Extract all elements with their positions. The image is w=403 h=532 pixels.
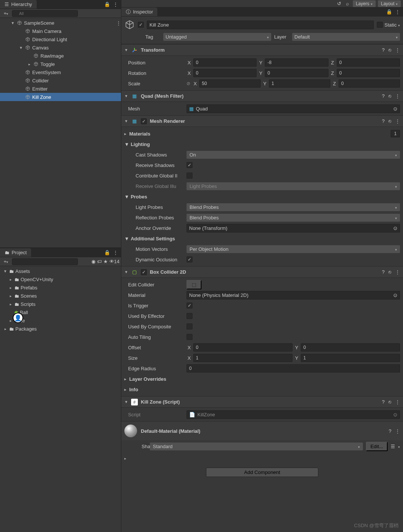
- filter-label-icon[interactable]: 🏷: [97, 259, 102, 264]
- mesh-object-field[interactable]: ▦Quad ⊙: [187, 104, 400, 113]
- menu-icon[interactable]: ⋮: [395, 118, 400, 124]
- size-x-input[interactable]: [193, 354, 293, 362]
- is-trigger-checkbox[interactable]: [187, 303, 193, 308]
- menu-icon[interactable]: ⋮: [395, 428, 400, 434]
- dynamic-occlusion-checkbox[interactable]: [187, 256, 193, 262]
- menu-icon[interactable]: ⋮: [113, 1, 118, 7]
- size-y-input[interactable]: [301, 354, 400, 362]
- hierarchy-item[interactable]: ▼SampleScene⋮: [0, 19, 121, 27]
- fold-icon[interactable]: ▸: [3, 327, 7, 331]
- edit-collider-button[interactable]: ⬚: [187, 280, 202, 289]
- object-picker-icon[interactable]: ⊙: [393, 225, 397, 231]
- layer-overrides-label[interactable]: Layer Overrides: [124, 376, 166, 382]
- static-checkbox[interactable]: [377, 22, 383, 28]
- material-field[interactable]: None (Physics Material 2D)⊙: [187, 291, 400, 300]
- menu-icon[interactable]: ⋮: [395, 269, 400, 275]
- object-picker-icon[interactable]: ⊙: [393, 412, 397, 417]
- contribute-gi-checkbox[interactable]: [187, 173, 193, 179]
- additional-foldout[interactable]: ▼ Additional Settings: [124, 236, 175, 241]
- menu-icon[interactable]: ⋮: [395, 399, 400, 405]
- edit-shader-button[interactable]: Edit...: [366, 442, 388, 451]
- project-search-input[interactable]: [12, 258, 78, 265]
- fold-icon[interactable]: ▸: [8, 286, 13, 290]
- scale-x-input[interactable]: [199, 79, 261, 88]
- add-button[interactable]: +: [1, 10, 10, 16]
- cast-shadows-dropdown[interactable]: On: [187, 151, 400, 159]
- fold-icon[interactable]: ▼: [10, 21, 15, 25]
- hierarchy-item[interactable]: Emitter: [0, 85, 121, 93]
- mesh-renderer-enabled-checkbox[interactable]: [141, 118, 147, 124]
- shader-dropdown[interactable]: Standard: [150, 443, 363, 450]
- menu-icon[interactable]: ⋮: [116, 20, 121, 26]
- fold-icon[interactable]: ▼: [124, 119, 128, 123]
- auto-tiling-checkbox[interactable]: [187, 334, 193, 340]
- object-name-input[interactable]: [147, 21, 374, 29]
- filter-star-icon[interactable]: ★: [103, 259, 108, 264]
- position-y-input[interactable]: [265, 58, 328, 67]
- fold-icon[interactable]: ▼: [19, 46, 23, 50]
- scale-y-input[interactable]: [269, 79, 330, 88]
- gameobject-icon[interactable]: [124, 19, 135, 30]
- lock-icon[interactable]: 🔒: [104, 1, 110, 7]
- project-tab[interactable]: 🖿 Project: [0, 248, 31, 257]
- help-icon[interactable]: ?: [389, 428, 391, 434]
- static-dropdown[interactable]: [398, 22, 400, 28]
- help-icon[interactable]: ?: [382, 118, 385, 124]
- project-item[interactable]: ▸🖿OpenCV+Unity: [0, 275, 121, 283]
- materials-label[interactable]: Materials: [124, 131, 150, 137]
- info-label[interactable]: Info: [124, 387, 138, 392]
- rotation-z-input[interactable]: [337, 69, 400, 77]
- rotation-y-input[interactable]: [265, 69, 328, 77]
- hierarchy-item[interactable]: Main Camera: [0, 27, 121, 35]
- hierarchy-search-input[interactable]: [12, 10, 78, 17]
- hierarchy-tab[interactable]: ☰ Hierarchy: [0, 0, 37, 9]
- fold-icon[interactable]: ▸: [8, 294, 13, 298]
- preset-icon[interactable]: ⎋: [388, 399, 391, 405]
- layers-dropdown[interactable]: Layers: [353, 0, 376, 7]
- probes-foldout[interactable]: ▼ Probes: [124, 194, 147, 200]
- hierarchy-item[interactable]: Collider: [0, 76, 121, 85]
- preset-icon[interactable]: ⎋: [388, 93, 391, 99]
- preset-icon[interactable]: ⎋: [388, 47, 391, 53]
- search-icon[interactable]: ⌕: [345, 1, 351, 7]
- fold-icon[interactable]: ▸: [8, 277, 13, 282]
- tag-dropdown[interactable]: Untagged: [163, 33, 271, 41]
- project-item[interactable]: ▸🖿Prefabs: [0, 283, 121, 292]
- fold-icon[interactable]: ▸: [8, 302, 13, 306]
- add-button[interactable]: +: [1, 259, 10, 264]
- project-item[interactable]: ▸🖿Scripts: [0, 300, 121, 308]
- lock-icon[interactable]: 🔒: [386, 9, 392, 15]
- inspector-tab[interactable]: ⓘ Inspector: [121, 7, 157, 16]
- help-icon[interactable]: ?: [382, 399, 385, 405]
- hierarchy-item[interactable]: Directional Light: [0, 35, 121, 43]
- hierarchy-item[interactable]: ▼Canvas: [0, 43, 121, 52]
- position-x-input[interactable]: [193, 58, 257, 67]
- anchor-override-field[interactable]: None (Transform)⊙: [187, 224, 400, 232]
- history-icon[interactable]: ↺: [336, 1, 342, 7]
- queue-icon[interactable]: ☰: [391, 444, 395, 449]
- fold-icon[interactable]: ▼: [124, 94, 128, 98]
- object-picker-icon[interactable]: ⊙: [393, 106, 397, 112]
- help-icon[interactable]: ?: [382, 93, 385, 99]
- menu-icon[interactable]: ⋮: [113, 250, 118, 255]
- light-probes-dropdown[interactable]: Blend Probes: [187, 203, 400, 211]
- fold-icon[interactable]: ▼: [124, 270, 128, 274]
- enabled-checkbox[interactable]: [138, 22, 144, 28]
- object-picker-icon[interactable]: ⊙: [393, 292, 397, 298]
- used-by-composite-checkbox[interactable]: [187, 323, 193, 329]
- constrain-scale-icon[interactable]: ⊘: [187, 81, 190, 86]
- scale-z-input[interactable]: [339, 79, 400, 88]
- hierarchy-item[interactable]: Kill Zone: [0, 93, 121, 101]
- fold-icon[interactable]: ▸: [27, 62, 31, 66]
- preset-icon[interactable]: ⎋: [388, 118, 391, 124]
- lock-icon[interactable]: 🔒: [104, 250, 110, 255]
- fold-icon[interactable]: ▼: [124, 400, 128, 404]
- motion-vectors-dropdown[interactable]: Per Object Motion: [187, 245, 400, 253]
- edge-radius-input[interactable]: [187, 364, 400, 373]
- fold-icon[interactable]: ▼: [3, 269, 7, 273]
- lighting-foldout[interactable]: ▼ Lighting: [124, 142, 150, 147]
- help-icon[interactable]: ?: [382, 269, 385, 275]
- box-collider-enabled-checkbox[interactable]: [141, 269, 147, 275]
- filter-type-icon[interactable]: ◉: [91, 259, 96, 264]
- hierarchy-item[interactable]: ▸Toggle: [0, 60, 121, 68]
